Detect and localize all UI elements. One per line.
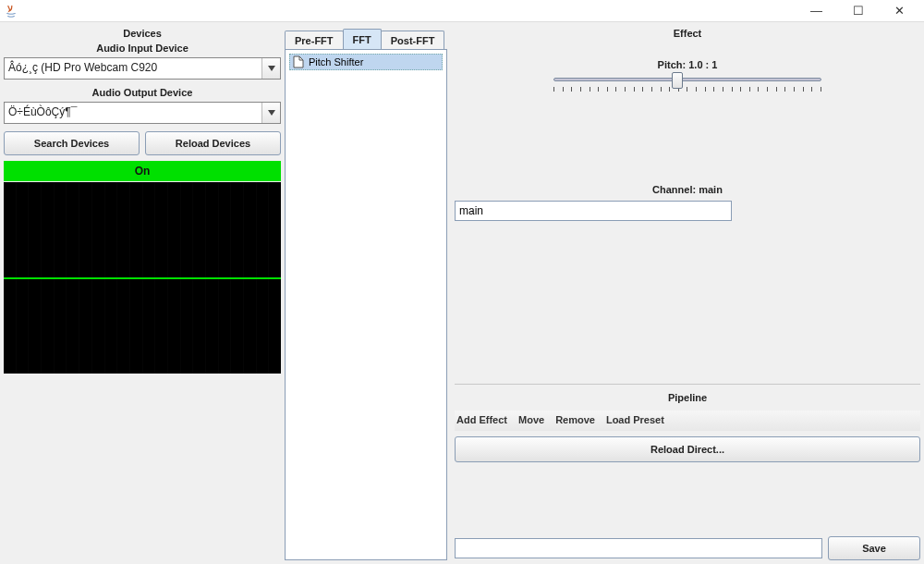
- pitch-slider[interactable]: [553, 78, 821, 92]
- close-button[interactable]: ✕: [879, 1, 920, 21]
- file-icon: [292, 55, 305, 68]
- audio-input-label: Audio Input Device: [4, 41, 281, 55]
- effect-area: Pitch: 1.0 : 1 Channel: main: [455, 41, 920, 385]
- fft-tabs: Pre-FFT FFT Post-FFT: [285, 26, 447, 49]
- pitch-label: Pitch: 1.0 : 1: [455, 59, 920, 70]
- dropdown-icon[interactable]: [261, 103, 280, 123]
- remove-button[interactable]: Remove: [555, 414, 595, 425]
- app-window: — ☐ ✕ Devices Audio Input Device Âó¿¸ç (…: [0, 0, 924, 564]
- minimize-button[interactable]: —: [796, 1, 837, 21]
- audio-output-combo[interactable]: Ö÷ÉùÒôÇý¶¯: [4, 102, 281, 124]
- channel-label: Channel: main: [455, 184, 920, 195]
- devices-panel: Devices Audio Input Device Âó¿¸ç (HD Pro…: [4, 26, 281, 560]
- tab-pre-fft[interactable]: Pre-FFT: [285, 31, 344, 49]
- pipeline-toolbar: Add Effect Move Remove Load Preset: [455, 411, 920, 431]
- pipeline-area: Add Effect Move Remove Load Preset Reloa…: [455, 405, 920, 560]
- right-panel: Effect Pitch: 1.0 : 1 Channel: main: [451, 26, 920, 560]
- devices-title: Devices: [4, 26, 281, 41]
- java-icon: [4, 4, 18, 18]
- effect-list[interactable]: Pitch Shifter: [285, 49, 447, 560]
- effect-title: Effect: [455, 26, 920, 41]
- load-preset-button[interactable]: Load Preset: [606, 414, 664, 425]
- move-button[interactable]: Move: [518, 414, 544, 425]
- waveform-display: [4, 182, 281, 374]
- list-item-label: Pitch Shifter: [309, 56, 363, 67]
- reload-devices-button[interactable]: Reload Devices: [145, 131, 281, 155]
- audio-output-value: Ö÷ÉùÒôÇý¶¯: [5, 103, 261, 123]
- slider-ticks: [553, 87, 821, 92]
- reload-direct-button[interactable]: Reload Direct...: [455, 436, 920, 462]
- tab-post-fft[interactable]: Post-FFT: [381, 31, 445, 49]
- slider-track[interactable]: [553, 78, 821, 81]
- effect-list-panel: Pre-FFT FFT Post-FFT Pitch Shifter: [285, 26, 447, 560]
- window-controls: — ☐ ✕: [796, 1, 920, 21]
- tab-fft[interactable]: FFT: [343, 29, 382, 49]
- pipeline-title: Pipeline: [455, 390, 920, 405]
- audio-output-label: Audio Output Device: [4, 85, 281, 100]
- dropdown-icon[interactable]: [261, 58, 280, 79]
- save-button[interactable]: Save: [828, 536, 920, 560]
- slider-thumb[interactable]: [672, 72, 683, 89]
- waveform-line: [4, 277, 281, 279]
- titlebar: — ☐ ✕: [0, 0, 924, 22]
- channel-input[interactable]: [455, 201, 732, 221]
- audio-input-value: Âó¿¸ç (HD Pro Webcam C920: [5, 58, 261, 79]
- on-toggle[interactable]: On: [4, 161, 281, 181]
- audio-input-combo[interactable]: Âó¿¸ç (HD Pro Webcam C920: [4, 57, 281, 80]
- maximize-button[interactable]: ☐: [837, 1, 879, 21]
- main-content: Devices Audio Input Device Âó¿¸ç (HD Pro…: [0, 22, 924, 564]
- list-item[interactable]: Pitch Shifter: [289, 54, 443, 70]
- add-effect-button[interactable]: Add Effect: [456, 414, 507, 425]
- save-name-input[interactable]: [455, 538, 822, 558]
- search-devices-button[interactable]: Search Devices: [4, 131, 140, 155]
